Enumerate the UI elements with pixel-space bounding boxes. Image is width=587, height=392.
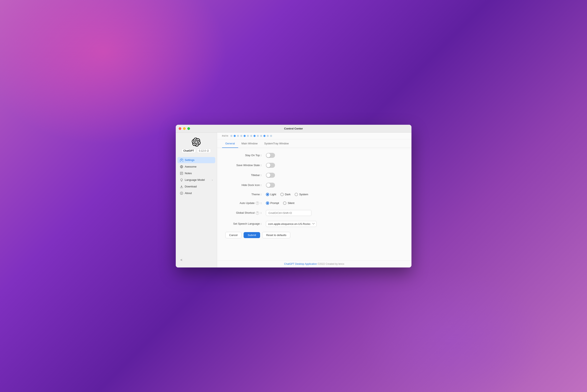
main-content: PATH General Main Window SystemTray W [217,132,412,268]
form-buttons-row: Cancel Submit Reset to defaults [225,232,403,238]
sidebar-item-awesome-label: Awesome [185,165,197,168]
path-dot-7 [250,135,252,137]
settings-form: Stay On Top： Save Window State： Titlebar… [217,148,412,260]
save-window-state-row: Save Window State： [225,163,403,168]
theme-dark-option[interactable]: Dark [280,193,291,196]
path-dot-10 [260,135,262,137]
speech-language-select[interactable]: com.apple.eloquence.en-US.Rocko [266,221,317,227]
theme-row: Theme： Light Dark System [225,192,403,196]
speech-language-label: Set Speech Language： [225,222,263,226]
sidebar-header: ChatGPT 0.12.0 [176,136,217,156]
sidebar-collapse-button[interactable]: < [179,258,184,262]
global-shortcut-label: Global Shortcut ? ： [225,211,263,215]
app-window: Control Center ChatGPT 0.12.0 [176,125,412,268]
hide-dock-icon-toggle[interactable] [266,183,275,188]
path-dot-9 [257,135,259,137]
auto-update-silent-label: Silent [288,202,294,204]
maximize-button[interactable] [187,127,190,130]
global-shortcut-help-icon[interactable]: ? [256,212,259,215]
theme-system-option[interactable]: System [295,193,308,196]
sidebar-item-about[interactable]: About [177,190,215,196]
tab-general[interactable]: General [222,140,238,148]
theme-system-radio[interactable] [295,193,298,196]
auto-update-help-icon[interactable]: ? [256,202,259,205]
path-bar: PATH [217,132,412,140]
main-footer: ChatGPT Desktop Application ©2022 Create… [217,260,412,268]
sidebar-item-language-model[interactable]: Language Model › [177,177,215,183]
auto-update-radio-group: Prompt Silent [266,202,294,205]
tab-main-window[interactable]: Main Window [238,140,261,148]
sidebar-item-settings[interactable]: Settings [177,157,215,163]
info-icon [180,192,183,195]
theme-light-label: Light [270,193,276,196]
auto-update-silent-radio[interactable] [283,202,286,205]
speech-language-row: Set Speech Language： com.apple.eloquence… [225,221,403,227]
path-dot-11 [263,135,265,137]
titlebar-row: Titlebar： [225,173,403,178]
download-icon [180,185,183,188]
sidebar: ChatGPT 0.12.0 [176,132,217,268]
submit-button[interactable]: Submit [244,232,260,238]
svg-point-0 [181,160,182,160]
close-button[interactable] [179,127,181,130]
hide-dock-icon-row: Hide Dock Icon： [225,183,403,188]
theme-dark-label: Dark [285,193,291,196]
sidebar-nav: Settings Awesome Notes [176,156,217,256]
window-title: Control Center [284,127,303,130]
theme-dark-radio[interactable] [280,193,284,196]
stay-on-top-toggle[interactable] [266,153,275,158]
sidebar-item-awesome[interactable]: Awesome [177,164,215,170]
save-window-state-toggle[interactable] [266,163,275,168]
global-shortcut-input[interactable] [266,210,311,216]
sidebar-item-settings-label: Settings [185,158,195,162]
auto-update-prompt-label: Prompt [270,202,279,204]
sidebar-item-language-model-label: Language Model [185,178,205,182]
footer-link[interactable]: ChatGPT Desktop Application [284,262,317,266]
sidebar-item-notes-label: Notes [185,172,192,175]
path-label: PATH [222,135,228,137]
path-dot-13 [270,135,272,137]
tabs-bar: General Main Window SystemTray Window [217,140,412,148]
auto-update-row: Auto Update ? ： Prompt Silent [225,201,403,205]
window-body: ChatGPT 0.12.0 [176,132,412,268]
auto-update-label: Auto Update ? ： [225,201,263,205]
theme-label: Theme： [225,192,263,196]
stay-on-top-label: Stay On Top： [225,154,263,157]
path-dot-1 [230,135,232,137]
path-dot-5 [244,135,246,137]
stay-on-top-row: Stay On Top： [225,153,403,158]
cancel-button[interactable]: Cancel [225,232,241,238]
path-dot-8 [253,135,256,137]
path-dot-12 [267,135,269,137]
notes-icon [180,172,183,175]
path-dot-2 [234,135,236,137]
auto-update-prompt-option[interactable]: Prompt [266,202,279,205]
titlebar-toggle[interactable] [266,173,275,178]
sidebar-item-notes[interactable]: Notes [177,170,215,176]
app-name-label: ChatGPT [181,149,196,153]
openai-logo-icon [192,138,201,147]
tab-systemtray-window[interactable]: SystemTray Window [261,140,292,148]
chevron-down-icon: › [212,179,213,181]
version-label: 0.12.0 [197,149,211,153]
theme-light-radio[interactable] [266,193,269,196]
save-window-state-label: Save Window State： [225,164,263,167]
path-dot-4 [240,135,242,137]
auto-update-silent-option[interactable]: Silent [283,202,294,205]
titlebar: Control Center [176,125,412,132]
sidebar-item-about-label: About [185,192,192,195]
bulb-icon [180,178,183,182]
path-dot-3 [237,135,239,137]
theme-light-option[interactable]: Light [266,193,276,196]
sidebar-item-download-label: Download [185,185,197,188]
version-badge: ChatGPT 0.12.0 [181,149,211,153]
globe-icon [180,165,183,168]
reset-button[interactable]: Reset to defaults [262,232,290,238]
refresh-icon[interactable] [207,150,209,152]
traffic-lights [179,127,190,130]
minimize-button[interactable] [183,127,186,130]
global-shortcut-row: Global Shortcut ? ： [225,210,403,216]
auto-update-prompt-radio[interactable] [266,202,269,205]
hide-dock-icon-label: Hide Dock Icon： [225,183,263,187]
sidebar-item-download[interactable]: Download [177,184,215,190]
